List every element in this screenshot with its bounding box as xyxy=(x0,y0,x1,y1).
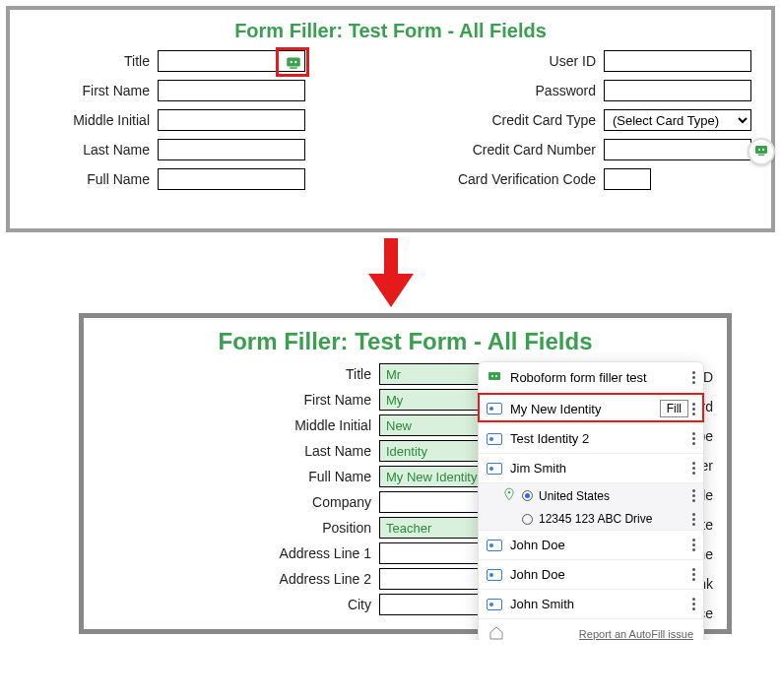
identity-item[interactable]: My New IdentityFill xyxy=(479,394,703,424)
identity-name: John Smith xyxy=(510,597,574,611)
field-label: Company xyxy=(143,494,379,510)
popup-header: Roboform form filler test xyxy=(479,362,703,394)
label-cvc: Card Verification Code xyxy=(436,171,604,187)
label-user-id: User ID xyxy=(436,53,604,69)
identity-icon xyxy=(487,403,502,414)
identity-icon xyxy=(487,463,502,475)
field-label: Full Name xyxy=(143,469,379,484)
label-last-name: Last Name xyxy=(30,142,158,158)
field-label: Address Line 1 xyxy=(143,545,379,561)
sub-item-label: United States xyxy=(539,489,610,503)
first-name-input[interactable] xyxy=(158,80,305,101)
kebab-icon[interactable] xyxy=(692,462,695,475)
identity-item[interactable]: John Doe xyxy=(479,560,703,590)
home-icon[interactable] xyxy=(488,625,504,640)
roboform-field-icon[interactable] xyxy=(284,52,303,72)
identity-sub-item[interactable]: 12345 123 ABC Drive xyxy=(479,508,703,530)
identity-name: Jim Smith xyxy=(510,461,566,476)
identity-name: My New Identity xyxy=(510,402,601,416)
arrow-down xyxy=(0,238,781,307)
full-name-input[interactable] xyxy=(158,168,305,190)
field-label: Last Name xyxy=(143,443,379,459)
label-password: Password xyxy=(436,83,604,98)
identity-item[interactable]: Test Identity 2 xyxy=(479,424,703,454)
identity-name: John Doe xyxy=(510,538,565,552)
svg-point-11 xyxy=(491,375,493,377)
middle-initial-input[interactable] xyxy=(158,109,305,131)
svg-rect-0 xyxy=(755,146,767,154)
popup-header-text: Roboform form filler test xyxy=(510,370,647,385)
field-label: Title xyxy=(143,366,379,382)
label-card-number: Credit Card Number xyxy=(436,142,604,158)
top-form: Title First Name Middle Initial Last Nam… xyxy=(10,46,771,208)
identity-item[interactable]: Jim Smith xyxy=(479,454,703,483)
identity-name: John Doe xyxy=(510,567,565,582)
roboform-icon xyxy=(753,142,769,161)
user-id-input[interactable] xyxy=(604,50,751,72)
svg-rect-3 xyxy=(758,155,765,156)
card-type-select[interactable]: (Select Card Type) xyxy=(604,109,751,131)
last-name-input[interactable] xyxy=(158,139,305,160)
label-title: Title xyxy=(30,53,158,69)
identity-icon xyxy=(487,433,502,445)
label-full-name: Full Name xyxy=(30,171,158,187)
svg-marker-9 xyxy=(368,274,414,307)
field-label: Middle Initial xyxy=(143,417,379,433)
top-form-left: Title First Name Middle Initial Last Nam… xyxy=(30,46,305,194)
label-middle-initial: Middle Initial xyxy=(30,112,158,128)
svg-point-5 xyxy=(291,61,293,63)
radio-icon[interactable] xyxy=(522,490,533,501)
kebab-icon[interactable] xyxy=(692,489,695,502)
top-panel: Form Filler: Test Form - All Fields Titl… xyxy=(6,6,775,232)
sub-item-label: 12345 123 ABC Drive xyxy=(539,512,652,526)
page-title: Form Filler: Test Form - All Fields xyxy=(10,10,771,46)
svg-point-13 xyxy=(508,491,510,493)
label-first-name: First Name xyxy=(30,83,158,98)
identity-sub-list: United States12345 123 ABC Drive xyxy=(479,483,703,531)
kebab-icon[interactable] xyxy=(692,432,695,445)
identity-item[interactable]: John Doe xyxy=(479,531,703,560)
svg-point-6 xyxy=(294,61,296,63)
radio-icon[interactable] xyxy=(522,514,533,525)
password-input[interactable] xyxy=(604,80,751,101)
svg-rect-8 xyxy=(384,238,398,276)
page-title-2: Form Filler: Test Form - All Fields xyxy=(84,318,727,359)
field-label: Position xyxy=(143,520,379,536)
identity-sub-item[interactable]: United States xyxy=(479,483,703,508)
kebab-icon[interactable] xyxy=(692,568,695,581)
bottom-panel: Form Filler: Test Form - All Fields Titl… xyxy=(79,313,732,634)
identity-name: Test Identity 2 xyxy=(510,431,589,446)
fill-button[interactable]: Fill xyxy=(660,400,688,417)
location-pin-icon xyxy=(502,487,516,504)
svg-rect-7 xyxy=(290,67,297,69)
roboform-icon xyxy=(487,368,502,387)
identity-item[interactable]: John Smith xyxy=(479,590,703,619)
kebab-icon[interactable] xyxy=(692,539,695,551)
label-card-type: Credit Card Type xyxy=(436,112,604,128)
kebab-icon[interactable] xyxy=(692,403,695,415)
roboform-badge[interactable] xyxy=(748,138,775,165)
identity-icon xyxy=(487,599,502,610)
identity-icon xyxy=(487,540,502,551)
top-form-right: User ID Password Credit Card Type (Selec… xyxy=(436,46,751,194)
svg-point-1 xyxy=(758,149,760,151)
field-label: First Name xyxy=(143,392,379,408)
field-label: City xyxy=(143,597,379,612)
svg-rect-4 xyxy=(287,58,300,67)
card-number-input[interactable] xyxy=(604,139,751,160)
cvc-input[interactable] xyxy=(604,168,651,190)
field-label: Address Line 2 xyxy=(143,571,379,587)
svg-point-12 xyxy=(495,375,497,377)
svg-point-2 xyxy=(762,149,764,151)
identity-icon xyxy=(487,569,502,581)
kebab-icon[interactable] xyxy=(692,598,695,610)
popup-footer: Report an AutoFill issue xyxy=(479,619,703,640)
autofill-popup[interactable]: Roboform form filler test My New Identit… xyxy=(478,361,704,640)
kebab-icon[interactable] xyxy=(692,371,695,384)
report-issue-link[interactable]: Report an AutoFill issue xyxy=(579,628,693,640)
svg-rect-10 xyxy=(488,372,500,380)
kebab-icon[interactable] xyxy=(692,513,695,526)
